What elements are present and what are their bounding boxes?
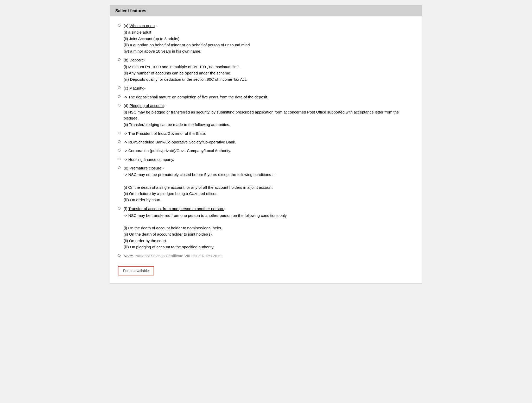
item-content-who-can-open: (a) Who can open :- (i) a single adult (… xyxy=(124,23,414,54)
bullet-icon xyxy=(118,166,121,169)
sub-item: (ii) On the death of account holder to j… xyxy=(124,231,414,237)
sub-item: -> NSC may be transferred from one perso… xyxy=(124,212,414,218)
bullet-icon xyxy=(118,104,121,106)
list-item: -> Corporation (public/private)/Govt. Co… xyxy=(118,148,414,154)
item-plain: -> Corporation (public/private)/Govt. Co… xyxy=(124,148,231,153)
item-plain: -> The President of India/Governor of th… xyxy=(124,131,206,136)
sub-item: (iv) a minor above 10 years in his own n… xyxy=(124,48,414,54)
list-item: (e) Premature closure:- -> NSC may not b… xyxy=(118,165,414,203)
page-container: Salient features (a) Who can open :- (i)… xyxy=(110,5,422,284)
item-suffix: :- xyxy=(143,86,145,90)
list-item: -> The President of India/Governor of th… xyxy=(118,130,414,136)
item-underline-who-can-open: Who can open xyxy=(130,23,155,28)
bullet-icon xyxy=(118,132,121,134)
sub-item: (i) a single adult xyxy=(124,29,414,35)
item-content-maturity: (c) Maturity:- xyxy=(124,85,414,91)
item-underline-pledging: Pledging of account xyxy=(130,103,164,108)
item-content-note: Note:- National Savings Certificate VIII… xyxy=(124,253,414,259)
forms-available-button[interactable]: Forms available xyxy=(118,266,154,275)
section-header: Salient features xyxy=(110,5,422,16)
sub-list-pledging: (i) NSC may be pledged or transferred as… xyxy=(124,109,414,128)
item-content-corporation: -> Corporation (public/private)/Govt. Co… xyxy=(124,148,414,154)
item-prefix: (f) xyxy=(124,206,128,211)
item-content-maturity-detail: -> The deposit shall mature on completio… xyxy=(124,94,414,100)
bullet-icon xyxy=(118,24,121,27)
sub-item: (iii) Deposits qualify for deduction und… xyxy=(124,76,414,82)
list-item: -> Housing finance company. xyxy=(118,156,414,162)
sub-item: (i) Minimum Rs. 1000 and in multiple of … xyxy=(124,64,414,70)
item-prefix: (e) xyxy=(124,166,130,170)
list-item: -> RBI/Scheduled Bank/Co-operative Socie… xyxy=(118,139,414,145)
sub-item: -> NSC may not be prematurely closed bef… xyxy=(124,172,414,178)
note-text: National Savings Certificate VIII Issue … xyxy=(135,254,221,258)
list-item: (a) Who can open :- (i) a single adult (… xyxy=(118,23,414,54)
section-body: (a) Who can open :- (i) a single adult (… xyxy=(110,16,422,283)
list-item-note: Note:- National Savings Certificate VIII… xyxy=(118,253,414,259)
list-item: (c) Maturity:- xyxy=(118,85,414,91)
item-underline-transfer: Transfer of account from one person to a… xyxy=(128,206,224,211)
item-content-rbi: -> RBI/Scheduled Bank/Co-operative Socie… xyxy=(124,139,414,145)
bullet-icon xyxy=(118,158,121,160)
sub-item: (ii) On forfeiture by a pledgee being a … xyxy=(124,191,414,197)
sub-item: (iii) On order by court. xyxy=(124,197,414,203)
list-item: (b) Deposit:- (i) Minimum Rs. 1000 and i… xyxy=(118,57,414,83)
bullet-icon xyxy=(118,207,121,210)
item-content-deposit: (b) Deposit:- (i) Minimum Rs. 1000 and i… xyxy=(124,57,414,83)
sub-item: (iii) On pledging of account to the spec… xyxy=(124,244,414,250)
item-underline-deposit: Deposit xyxy=(130,58,143,62)
item-plain: -> The deposit shall mature on completio… xyxy=(124,95,268,99)
item-content-president: -> The President of India/Governor of th… xyxy=(124,130,414,136)
note-label: Note:- xyxy=(124,254,135,258)
forms-available-label: Forms available xyxy=(123,269,149,273)
list-item: (f) Transfer of account from one person … xyxy=(118,206,414,250)
sub-item: (ii) Any number of accounts can be opene… xyxy=(124,70,414,76)
sub-item xyxy=(124,178,414,184)
bullet-icon xyxy=(118,140,121,143)
sub-list-deposit: (i) Minimum Rs. 1000 and in multiple of … xyxy=(124,64,414,83)
item-suffix: :- xyxy=(224,206,226,211)
item-prefix: (d) xyxy=(124,103,130,108)
sub-item: (ii) On order by the court. xyxy=(124,238,414,244)
sub-item xyxy=(124,219,414,225)
sub-item: (ii) Joint Account (up to 3 adults) xyxy=(124,36,414,42)
bullet-icon xyxy=(118,95,121,98)
bullet-icon xyxy=(118,254,121,257)
item-suffix: :- xyxy=(164,103,166,108)
item-suffix: :- xyxy=(161,166,164,170)
sub-list-premature: -> NSC may not be prematurely closed bef… xyxy=(124,172,414,203)
item-content-housing: -> Housing finance company. xyxy=(124,156,414,162)
sub-item: (i) On the death of account holder to no… xyxy=(124,225,414,231)
list-item: (d) Pledging of account:- (i) NSC may be… xyxy=(118,103,414,128)
list-item: -> The deposit shall mature on completio… xyxy=(118,94,414,100)
item-content-pledging: (d) Pledging of account:- (i) NSC may be… xyxy=(124,103,414,128)
sub-item: (i) On the death of a single account, or… xyxy=(124,184,414,190)
sub-item: (ii) Transfer/pledging can be made to th… xyxy=(124,122,414,128)
item-underline-maturity: Maturity xyxy=(129,86,143,90)
item-content-premature: (e) Premature closure:- -> NSC may not b… xyxy=(124,165,414,203)
sub-item: (iii) a guardian on behalf of minor or o… xyxy=(124,42,414,48)
bullet-icon xyxy=(118,58,121,61)
sub-list-who-can-open: (i) a single adult (ii) Joint Account (u… xyxy=(124,29,414,54)
header-title: Salient features xyxy=(115,9,146,13)
item-suffix: :- xyxy=(143,58,145,62)
bullet-icon xyxy=(118,149,121,152)
item-prefix: (a) xyxy=(124,23,130,28)
bullet-icon xyxy=(118,86,121,89)
item-content-transfer: (f) Transfer of account from one person … xyxy=(124,206,414,250)
main-list: (a) Who can open :- (i) a single adult (… xyxy=(118,23,414,259)
sub-item: (i) NSC may be pledged or transferred as… xyxy=(124,109,414,121)
item-prefix: (c) xyxy=(124,86,129,90)
item-suffix: :- xyxy=(155,23,158,28)
item-prefix: (b) xyxy=(124,58,130,62)
item-plain: -> RBI/Scheduled Bank/Co-operative Socie… xyxy=(124,140,236,144)
item-plain: -> Housing finance company. xyxy=(124,157,174,162)
sub-list-transfer: -> NSC may be transferred from one perso… xyxy=(124,212,414,250)
item-underline-premature: Premature closure xyxy=(130,166,162,170)
